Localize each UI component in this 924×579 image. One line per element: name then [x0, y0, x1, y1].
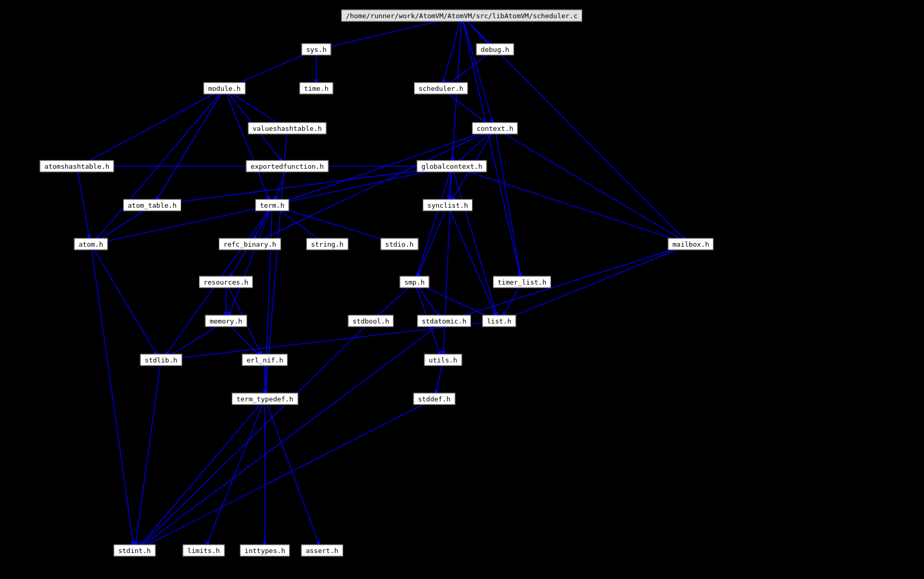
svg-line-49	[265, 399, 319, 546]
node-limits_h: limits.h	[183, 545, 225, 557]
node-scheduler_h: scheduler.h	[414, 83, 468, 95]
svg-line-67	[140, 321, 444, 547]
svg-line-21	[257, 128, 495, 242]
svg-line-36	[272, 205, 393, 243]
svg-line-20	[495, 128, 685, 241]
svg-line-15	[224, 88, 270, 200]
node-stdatomic_h: stdatomic.h	[417, 315, 471, 327]
svg-line-31	[77, 166, 90, 239]
node-term_typedef_h: term_typedef.h	[232, 393, 298, 405]
svg-line-57	[91, 244, 133, 545]
svg-line-63	[418, 205, 448, 277]
node-string_h: string.h	[306, 238, 349, 250]
svg-line-62	[448, 205, 496, 316]
svg-line-2	[443, 16, 462, 83]
node-timer_list_h: timer_list.h	[493, 276, 551, 288]
node-stdbool_h: stdbool.h	[348, 315, 394, 327]
svg-line-14	[156, 88, 224, 200]
node-term_h: term.h	[256, 199, 289, 211]
node-smp_h: smp.h	[399, 276, 429, 288]
node-expfunc_h: exportedfunction.h	[246, 160, 329, 172]
svg-line-46	[139, 399, 265, 546]
svg-line-60	[141, 399, 434, 548]
node-sys_h: sys.h	[301, 44, 331, 56]
node-stdlib_h: stdlib.h	[140, 354, 182, 366]
svg-line-47	[206, 399, 265, 546]
svg-line-13	[96, 88, 224, 240]
node-stdint_h: stdint.h	[114, 545, 156, 557]
node-vht_h: valueshashtable.h	[248, 123, 326, 134]
node-resources_h: resources.h	[199, 276, 253, 288]
node-utils_h: utils.h	[424, 354, 462, 366]
svg-line-3	[462, 16, 493, 123]
svg-line-37	[229, 205, 272, 316]
node-atom_h: atom.h	[74, 238, 108, 250]
node-stddef_h: stddef.h	[413, 393, 456, 405]
node-assert_h: assert.h	[301, 545, 343, 557]
svg-line-61	[136, 360, 161, 545]
node-atom_table_h: atom_table.h	[123, 199, 181, 211]
node-list_h: list.h	[483, 315, 516, 327]
node-module_h: module.h	[204, 83, 246, 95]
svg-line-27	[452, 166, 497, 316]
node-inttypes_h: inttypes.h	[240, 545, 290, 557]
svg-line-28	[417, 166, 452, 277]
svg-line-22	[495, 128, 521, 277]
node-atomshashtable_h: atomshashtable.h	[39, 160, 114, 172]
node-mailbox_h: mailbox.h	[668, 238, 714, 250]
svg-line-16	[83, 88, 224, 164]
node-refc_binary_h: refc_binary.h	[219, 238, 281, 250]
node-time_h: time.h	[300, 83, 333, 95]
svg-line-58	[91, 244, 157, 355]
node-root: /home/runner/work/AtomVM/AtomVM/src/libA…	[341, 10, 582, 22]
node-debug_h: debug.h	[476, 44, 514, 56]
dependency-graph: /home/runner/work/AtomVM/AtomVM/src/libA…	[0, 0, 924, 579]
node-erl_nif_h: erl_nif.h	[242, 354, 288, 366]
node-synclist_h: synclist.h	[423, 199, 473, 211]
svg-line-55	[451, 244, 691, 319]
node-stdio_h: stdio.h	[381, 238, 419, 250]
node-memory_h: memory.h	[205, 315, 247, 327]
svg-line-29	[452, 166, 684, 243]
node-context_h: context.h	[472, 123, 518, 134]
node-globalctx_h: globalcontext.h	[417, 160, 487, 172]
